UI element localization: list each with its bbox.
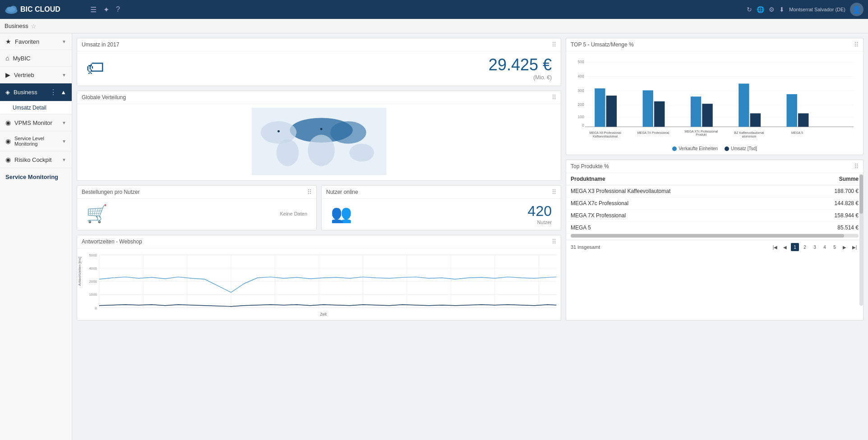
svg-text:MEGA 7X Professional: MEGA 7X Professional: [637, 131, 669, 134]
second-navbar: Business ☆: [0, 19, 868, 33]
widget-grid-icon[interactable]: ⠿: [552, 41, 556, 48]
vertrieb-icon: ▶: [5, 71, 10, 78]
sidebar-item-favoriten[interactable]: ★ Favoriten ▼: [0, 33, 72, 50]
bestellungen-header: Bestellungen pro Nutzer ⠿: [77, 186, 316, 199]
top5-content: 500 400 300 200 100 0: [566, 51, 863, 153]
produkt-name: MEGA 7X Professional: [566, 210, 794, 222]
widget-grid-icon[interactable]: ⠿: [552, 238, 556, 245]
produkte-header: Top Produkte % ⠿: [566, 160, 863, 173]
main-layout: ★ Favoriten ▼ ⌂ MyBIC ▶ Vertrieb ▼ ◈ Bus…: [0, 33, 868, 440]
globale-header: Globale Verteilung ⠿: [77, 91, 561, 104]
svg-text:MEGA 5: MEGA 5: [791, 131, 803, 134]
svg-text:300: 300: [578, 88, 584, 93]
sidebar-item-label: Business: [14, 89, 37, 96]
page-btn-4[interactable]: 4: [821, 243, 829, 251]
nutzer-value-group: 420 Nutzer: [528, 203, 552, 225]
widget-grid-icon[interactable]: ⠿: [552, 188, 556, 196]
users-icon: 👥: [331, 204, 352, 224]
page-btn-3[interactable]: 3: [811, 243, 819, 251]
page-btn-2[interactable]: 2: [801, 243, 809, 251]
widget-grid-icon[interactable]: ⠿: [854, 41, 859, 48]
nutzer-widget: Nutzer online ⠿ 👥 420 Nutzer: [321, 185, 561, 230]
chevron-down-icon: ▼: [62, 39, 66, 44]
svg-rect-56: [750, 113, 761, 127]
download-icon[interactable]: ⬇: [779, 6, 785, 13]
svg-rect-58: [798, 113, 808, 127]
page-last-btn[interactable]: ▶|: [850, 243, 859, 251]
page-first-btn[interactable]: |◀: [771, 243, 779, 251]
svg-text:BZ Kaffeevollautomat: BZ Kaffeevollautomat: [734, 131, 764, 134]
svg-rect-53: [691, 96, 701, 127]
svg-point-7: [276, 139, 299, 166]
page-next-btn[interactable]: ▶: [840, 243, 849, 251]
top5-widget: TOP 5 - Umsatz/Menge % ⠿ 500 400 300 200…: [566, 38, 863, 155]
svg-text:Zeit: Zeit: [320, 312, 327, 316]
widget-grid-icon[interactable]: ⠿: [854, 163, 859, 170]
horizontal-scrollbar[interactable]: [571, 234, 859, 238]
sub-item-label: Umsatz Detail: [13, 105, 46, 111]
sidebar-item-vertrieb[interactable]: ▶ Vertrieb ▼: [0, 67, 72, 83]
bestellungen-content: 🛒 Keine Daten: [77, 199, 316, 229]
top-action-icons: ↻ 🌐 ⚙ ⬇: [747, 6, 785, 13]
page-btn-5[interactable]: 5: [831, 243, 839, 251]
sidebar-item-label: MyBIC: [13, 55, 66, 62]
legend-item-umsatz: Umsatz [Tsd]: [725, 146, 757, 151]
svg-text:5000: 5000: [89, 253, 97, 257]
svg-point-8: [308, 135, 335, 166]
page-btn-1[interactable]: 1: [791, 243, 799, 251]
risiko-icon: ◉: [5, 156, 11, 163]
breadcrumb-text: Business: [5, 23, 28, 29]
more-options-icon[interactable]: ⋮: [50, 88, 57, 96]
svg-text:4000: 4000: [89, 266, 97, 270]
produkt-name: MEGA X7c Professional: [566, 197, 794, 210]
svg-text:Kaffeevollautomat: Kaffeevollautomat: [593, 135, 618, 138]
svg-text:500: 500: [578, 60, 584, 64]
favorite-star-icon[interactable]: ☆: [31, 23, 37, 30]
user-avatar: 👤: [850, 3, 863, 16]
legend-label: Umsatz [Tsd]: [731, 146, 757, 151]
settings-icon[interactable]: ✦: [103, 5, 109, 14]
produkt-summe: 188.700 €: [794, 185, 863, 197]
globe-icon[interactable]: 🌐: [757, 6, 764, 13]
menu-icon[interactable]: ☰: [90, 5, 97, 14]
row3: Bestellungen pro Nutzer ⠿ 🛒 Keine Daten …: [77, 185, 561, 230]
user-name: Montserrat Salvador (DE): [789, 7, 845, 12]
service-icon: ◉: [5, 138, 11, 145]
umsatz-content: 🏷 29.425 € (Mio. €): [77, 51, 561, 84]
svg-text:2000: 2000: [89, 280, 97, 284]
refresh-icon[interactable]: ↻: [747, 6, 752, 13]
help-icon[interactable]: ?: [116, 5, 120, 14]
sidebar-item-vpms[interactable]: ◉ VPMS Monitor ▼: [0, 115, 72, 131]
sidebar-item-mybic[interactable]: ⌂ MyBIC: [0, 50, 72, 67]
produkt-name: MEGA 5: [566, 222, 794, 234]
sidebar-item-risiko[interactable]: ◉ Risiko Cockpit ▼: [0, 151, 72, 168]
svg-text:100: 100: [578, 115, 584, 119]
vertical-scrollbar[interactable]: [859, 174, 863, 306]
produkt-summe: 85.514 €: [794, 222, 863, 234]
svg-text:400: 400: [578, 74, 584, 78]
legend-dot-dark: [725, 147, 729, 151]
sidebar-sub-item-umsatz[interactable]: Umsatz Detail: [0, 101, 72, 115]
sidebar-item-service-level[interactable]: ◉ Service Level Monitoring ▼: [0, 131, 72, 151]
svg-text:0: 0: [582, 123, 584, 128]
page-prev-btn[interactable]: ◀: [781, 243, 789, 251]
table-footer: 31 insgesamt |◀ ◀ 1 2 3 4 5 ▶ ▶|: [566, 240, 863, 254]
mybic-icon: ⌂: [5, 55, 9, 62]
widget-grid-icon[interactable]: ⠿: [307, 188, 312, 196]
bestellungen-title: Bestellungen pro Nutzer: [82, 189, 140, 195]
produkt-name: MEGA X3 Professional Kaffeevollautomat: [566, 185, 794, 197]
chevron-down-icon: ▼: [62, 73, 66, 78]
sidebar-item-label: Favoriten: [15, 38, 58, 45]
svg-text:MEGA X7c Professional: MEGA X7c Professional: [684, 130, 718, 133]
filter-icon[interactable]: ⚙: [769, 6, 775, 13]
top5-header: TOP 5 - Umsatz/Menge % ⠿: [566, 38, 863, 51]
nutzer-title: Nutzer online: [326, 189, 358, 195]
sidebar-item-business[interactable]: ◈ Business ⋮ ▲: [0, 83, 72, 101]
svg-point-11: [277, 130, 280, 133]
antwort-title: Antwortzeiten - Webshop: [82, 238, 142, 245]
produkte-table-container: Produktname Summe MEGA X3 Professional K…: [566, 173, 863, 234]
content-area: Umsatz in 2017 ⠿ 🏷 29.425 € (Mio. €): [72, 33, 868, 440]
widget-grid-icon[interactable]: ⠿: [552, 94, 556, 101]
produkte-title: Top Produkte %: [571, 163, 609, 170]
svg-rect-54: [702, 104, 712, 127]
